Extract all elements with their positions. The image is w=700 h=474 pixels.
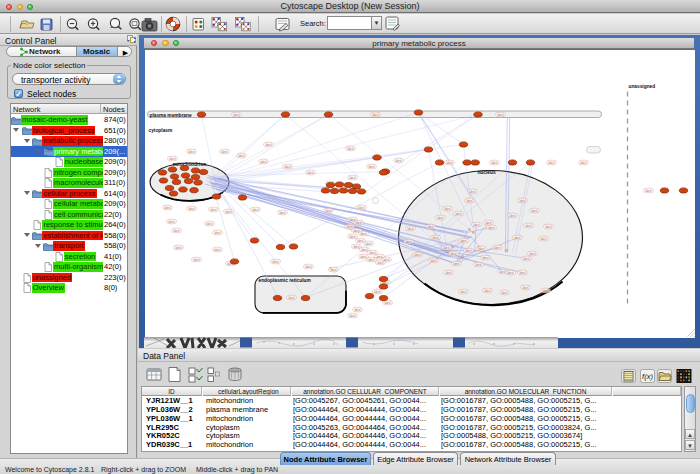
svg-text:lab el: lab el	[478, 246, 485, 250]
svg-text:lab el: lab el	[542, 288, 549, 292]
svg-text:lab el: lab el	[494, 245, 501, 249]
svg-text:lab el: lab el	[430, 258, 437, 262]
svg-text:lab el: lab el	[485, 220, 492, 224]
svg-text:lab el: lab el	[475, 262, 482, 266]
svg-text:lab el: lab el	[305, 264, 312, 268]
svg-text:lab el: lab el	[414, 252, 421, 256]
svg-text:lab el: lab el	[525, 223, 532, 227]
svg-text:lab el: lab el	[353, 244, 360, 248]
svg-text:lab el: lab el	[349, 234, 356, 238]
svg-text:cytoplasm: cytoplasm	[148, 127, 172, 132]
svg-text:lab el: lab el	[580, 160, 587, 164]
svg-text:lab el: lab el	[225, 209, 232, 213]
svg-text:lab el: lab el	[491, 160, 498, 164]
svg-text:lab el: lab el	[164, 205, 171, 209]
svg-text:lab el: lab el	[347, 146, 354, 150]
svg-text:lab el: lab el	[221, 149, 228, 153]
svg-text:lab el: lab el	[460, 289, 467, 293]
svg-text:lab el: lab el	[358, 205, 365, 209]
svg-text:lab el: lab el	[473, 222, 480, 226]
svg-text:lab el: lab el	[645, 188, 652, 192]
svg-text:lab el: lab el	[252, 207, 259, 211]
svg-text:lab el: lab el	[519, 198, 526, 202]
svg-text:lab el: lab el	[445, 270, 452, 274]
svg-text:lab el: lab el	[214, 247, 221, 251]
svg-text:lab el: lab el	[432, 235, 439, 239]
svg-text:lab el: lab el	[519, 270, 526, 274]
svg-text:lab el: lab el	[460, 238, 467, 242]
svg-text:lab el: lab el	[233, 112, 240, 116]
svg-text:plasma membrane: plasma membrane	[149, 112, 191, 117]
svg-text:lab el: lab el	[349, 313, 356, 317]
svg-text:lab el: lab el	[365, 241, 372, 245]
svg-text:lab el: lab el	[384, 300, 391, 304]
svg-text:lab el: lab el	[330, 267, 337, 271]
svg-text:lab el: lab el	[206, 221, 213, 225]
svg-text:lab el: lab el	[361, 247, 368, 251]
svg-text:lab el: lab el	[522, 285, 529, 289]
svg-text:lab el: lab el	[193, 257, 200, 261]
svg-text:lab el: lab el	[455, 211, 462, 215]
svg-text:lab el: lab el	[383, 257, 390, 261]
svg-text:lab el: lab el	[514, 235, 521, 239]
svg-text:lab el: lab el	[407, 226, 414, 230]
svg-text:lab el: lab el	[465, 248, 472, 252]
svg-text:lab el: lab el	[540, 236, 547, 240]
svg-text:lab el: lab el	[482, 255, 489, 259]
svg-text:lab el: lab el	[349, 175, 356, 179]
svg-text:lab el: lab el	[325, 208, 332, 212]
svg-text:lab el: lab el	[368, 257, 375, 261]
svg-text:lab el: lab el	[523, 256, 530, 260]
svg-text:lab el: lab el	[437, 215, 444, 219]
svg-text:lab el: lab el	[346, 224, 353, 228]
svg-text:lab el: lab el	[360, 254, 367, 258]
svg-text:lab el: lab el	[444, 206, 451, 210]
svg-text:lab el: lab el	[531, 208, 538, 212]
svg-text:lab el: lab el	[360, 231, 367, 235]
svg-text:lab el: lab el	[545, 224, 552, 228]
svg-text:lab el: lab el	[453, 261, 460, 265]
svg-text:lab el: lab el	[173, 228, 180, 232]
svg-text:lab el: lab el	[469, 189, 476, 193]
svg-text:lab el: lab el	[307, 170, 314, 174]
svg-text:lab el: lab el	[450, 251, 457, 255]
svg-text:lab el: lab el	[279, 210, 286, 214]
svg-text:lab el: lab el	[507, 270, 514, 274]
svg-text:mitochondrion: mitochondrion	[172, 162, 206, 167]
svg-text:lab el: lab el	[501, 290, 508, 294]
svg-text:lab el: lab el	[374, 289, 381, 293]
svg-text:lab el: lab el	[443, 245, 450, 249]
svg-text:lab el: lab el	[355, 220, 362, 224]
svg-text:lab el: lab el	[288, 295, 295, 299]
svg-text:lab el: lab el	[427, 224, 434, 228]
svg-text:lab el: lab el	[354, 307, 361, 311]
svg-text:lab el: lab el	[376, 254, 383, 258]
svg-text:nucleus: nucleus	[477, 169, 495, 174]
svg-text:lab el: lab el	[214, 230, 221, 234]
svg-text:lab el: lab el	[395, 158, 402, 162]
svg-text:lab el: lab el	[497, 112, 504, 116]
svg-text:lab el: lab el	[466, 198, 473, 202]
svg-text:lab el: lab el	[529, 251, 536, 255]
svg-text:lab el: lab el	[368, 164, 375, 168]
svg-text:lab el: lab el	[484, 288, 491, 292]
svg-text:lab el: lab el	[238, 153, 245, 157]
svg-text:lab el: lab el	[210, 207, 217, 211]
svg-text:lab el: lab el	[168, 219, 175, 223]
svg-text:f(x): f(x)	[642, 372, 653, 381]
svg-text:lab el: lab el	[488, 225, 495, 229]
svg-text:lab el: lab el	[175, 245, 182, 249]
svg-text:lab el: lab el	[357, 238, 364, 242]
svg-text:unassigned: unassigned	[628, 83, 655, 88]
svg-text:lab el: lab el	[169, 156, 176, 160]
svg-text:lab el: lab el	[188, 206, 195, 210]
svg-text:lab el: lab el	[284, 164, 291, 168]
svg-text:lab el: lab el	[548, 160, 555, 164]
svg-text:lab el: lab el	[369, 250, 376, 254]
svg-text:lab el: lab el	[372, 112, 379, 116]
svg-text:lab el: lab el	[446, 160, 453, 164]
svg-text:endoplasmic reticulum: endoplasmic reticulum	[258, 277, 310, 282]
svg-text:lab el: lab el	[272, 259, 279, 263]
svg-text:lab el: lab el	[260, 159, 267, 163]
svg-text:lab el: lab el	[499, 269, 506, 273]
